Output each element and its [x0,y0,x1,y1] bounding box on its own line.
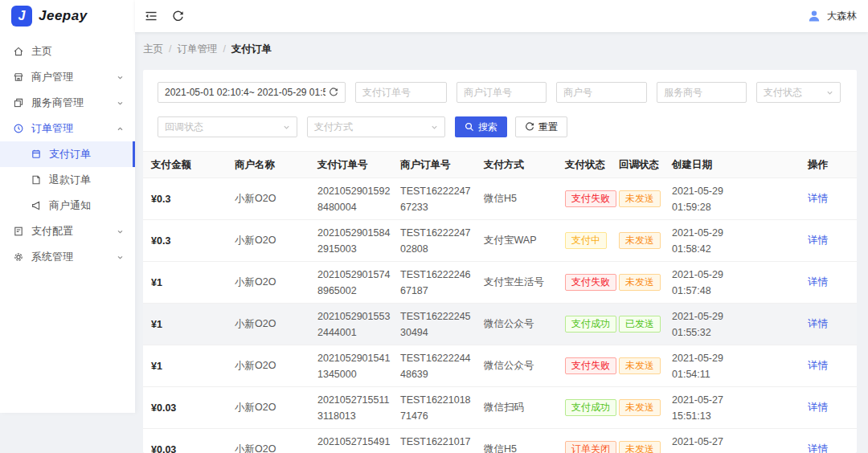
pay-order-no-input[interactable] [355,82,447,103]
detail-link[interactable]: 详情 [808,402,828,413]
amount-cell: ¥0.03 [143,387,227,429]
pay-way-select-value: 支付方式 [314,120,353,134]
detail-link[interactable]: 详情 [808,360,828,371]
pay-order-no-cell: 20210529015842915003 [309,220,392,262]
sidebar-item-label: 支付订单 [49,147,124,161]
reset-button-label: 重置 [538,120,558,134]
pay-status-cell: 支付成功 [557,304,611,345]
reload-icon[interactable] [172,10,184,22]
app-layout: J Jeepay 主页商户管理服务商管理订单管理支付订单退款订单商户通知支付配置… [0,0,868,453]
sidebar-item-label: 退款订单 [49,173,124,187]
isv-no-input[interactable] [657,82,747,103]
filter-row-2: 回调状态 支付方式 搜索 重置 [158,116,842,137]
sidebar-item-label: 订单管理 [31,121,109,136]
notify-status-cell: 未发送 [611,220,664,262]
menu-fold-icon[interactable] [145,10,158,22]
pay-status-badge: 支付中 [565,232,607,249]
pay-status-cell: 支付失败 [557,178,611,220]
service-provider-icon [13,97,24,108]
created-cell: 2021-05-29 01:54:11 [664,345,800,387]
pay-status-select[interactable]: 支付状态 [756,82,841,103]
column-header: 支付金额 [143,152,227,178]
refund-order-icon [31,174,42,186]
date-range-input[interactable]: 2021-05-01 02:10:4~ 2021-05-29 01:59:5 [158,82,346,103]
merchant-name-cell: 小新O2O [227,262,309,304]
pay-status-cell: 支付失败 [557,262,611,304]
detail-link[interactable]: 详情 [808,235,828,246]
search-button[interactable]: 搜索 [455,116,507,137]
action-cell: 详情 [800,304,857,345]
table-row: ¥0.3小新O2O20210529015928480004TEST1622224… [143,178,857,220]
detail-link[interactable]: 详情 [808,193,828,204]
date-range-value: 2021-05-01 02:10:4~ 2021-05-29 01:59:5 [165,87,326,98]
chevron-up-icon [117,125,124,133]
amount-cell: ¥0.03 [143,429,227,453]
pay-status-badge: 支付失败 [565,357,616,374]
pay-way-cell: 微信H5 [476,429,557,453]
avatar-icon [807,9,821,23]
content-card: 2021-05-01 02:10:4~ 2021-05-29 01:59:5 支… [143,70,857,453]
action-cell: 详情 [800,429,857,453]
amount-cell: ¥1 [143,345,227,387]
pay-way-select[interactable]: 支付方式 [307,116,445,137]
notify-status-badge: 已发送 [619,316,661,333]
payment-config-icon [13,226,24,237]
pay-way-cell: 微信公众号 [476,345,557,387]
sidebar-item[interactable]: 主页 [0,39,135,64]
notify-status-select[interactable]: 回调状态 [158,116,297,137]
merchant-icon [13,71,24,83]
pay-status-select-value: 支付状态 [764,86,802,100]
sidebar-item[interactable]: 商户管理 [0,64,135,90]
chevron-down-icon [826,89,833,96]
merchant-name-cell: 小新O2O [227,304,309,345]
breadcrumb-item[interactable]: 订单管理 [177,43,217,55]
sidebar-item[interactable]: 支付订单 [0,141,135,167]
detail-link[interactable]: 详情 [808,318,828,329]
sidebar-item[interactable]: 系统管理 [0,244,135,270]
created-cell: 2021-05-29 01:58:42 [664,220,800,262]
pay-status-badge: 支付失败 [565,190,616,207]
notify-status-badge: 未发送 [619,232,661,249]
sidebar-item-label: 支付配置 [31,224,109,239]
sidebar-menu: 主页商户管理服务商管理订单管理支付订单退款订单商户通知支付配置系统管理 [0,32,135,270]
mch-order-no-cell: TEST1622101871476 [392,387,476,429]
chevron-down-icon [117,74,124,81]
table-row: ¥0.3小新O2O20210529015842915003TEST1622224… [143,220,857,262]
created-cell: 2021-05-27 15:51:13 [664,387,800,429]
column-header: 支付订单号 [309,152,392,178]
mch-no-input[interactable] [556,82,647,103]
action-cell: 详情 [800,178,857,220]
system-icon [13,251,24,263]
notify-status-cell: 未发送 [611,178,664,220]
pay-status-cell: 订单关闭 [557,429,611,453]
sidebar-item[interactable]: 商户通知 [0,193,135,218]
table-body: ¥0.3小新O2O20210529015928480004TEST1622224… [143,178,857,453]
sidebar-item[interactable]: 退款订单 [0,167,135,193]
mch-order-no-cell: TEST1622224530494 [392,304,476,345]
reset-button[interactable]: 重置 [515,116,567,137]
created-cell: 2021-05-27 15:49:19 [664,429,800,453]
pay-order-no-cell: 20210529015748965002 [309,262,392,304]
logo-icon: J [11,6,32,27]
notify-status-cell: 未发送 [611,345,664,387]
merchant-name-cell: 小新O2O [227,387,309,429]
pay-order-no-cell: 20210529015532444001 [309,304,392,345]
created-cell: 2021-05-29 01:57:48 [664,262,800,304]
sidebar-item[interactable]: 支付配置 [0,218,135,244]
user-menu[interactable]: 大森林 [807,9,858,23]
sidebar-item[interactable]: 订单管理 [0,116,135,141]
table-row: ¥0.03小新O2O20210527155113118013TEST162210… [143,387,857,429]
sync-icon[interactable] [329,88,338,97]
action-cell: 详情 [800,262,857,304]
mch-order-no-input[interactable] [457,82,547,103]
action-cell: 详情 [800,345,857,387]
detail-link[interactable]: 详情 [808,276,828,288]
chevron-down-icon [117,100,124,107]
breadcrumb: 主页/订单管理/支付订单 [143,43,857,57]
sidebar-item-label: 系统管理 [31,250,109,264]
logo[interactable]: J Jeepay [0,0,135,32]
sidebar-item[interactable]: 服务商管理 [0,90,135,116]
breadcrumb-item[interactable]: 主页 [143,43,163,55]
detail-link[interactable]: 详情 [808,443,828,453]
chevron-down-icon [117,228,124,235]
